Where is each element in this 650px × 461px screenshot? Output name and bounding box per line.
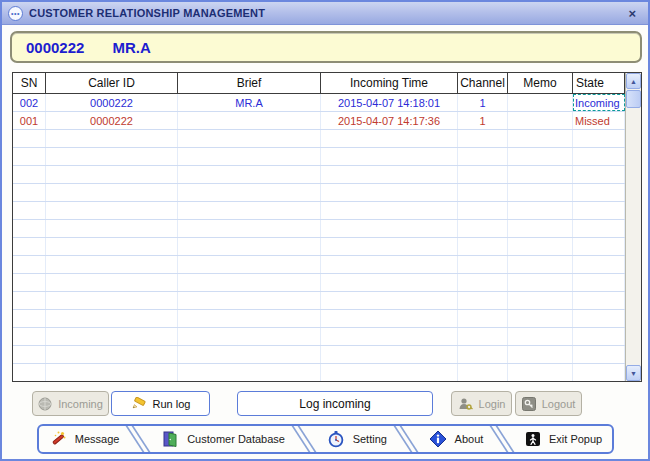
run-log-button[interactable]: Run log xyxy=(111,391,210,416)
cell-caller-id xyxy=(46,220,178,237)
cell-incoming-time xyxy=(321,148,458,165)
cell-state xyxy=(573,238,625,255)
caller-id-text: 0000222 xyxy=(26,39,84,56)
table-row-empty xyxy=(13,328,625,346)
scroll-up-icon[interactable]: ▲ xyxy=(626,73,641,89)
cell-caller-id xyxy=(46,148,178,165)
cell-channel[interactable]: 1 xyxy=(458,94,508,111)
cell-sn xyxy=(13,256,46,273)
column-header-caller-id[interactable]: Caller ID xyxy=(46,73,178,93)
cell-channel xyxy=(458,238,508,255)
cell-sn xyxy=(13,202,46,219)
column-header-memo[interactable]: Memo xyxy=(508,73,573,93)
stopwatch-icon xyxy=(327,430,345,448)
app-chat-bubble-icon: ••• xyxy=(8,6,23,21)
tab-exit-popup[interactable]: Exit Popup xyxy=(515,426,612,452)
cell-channel xyxy=(458,310,508,327)
column-header-incoming-time[interactable]: Incoming Time xyxy=(321,73,458,93)
column-header-channel[interactable]: Channel xyxy=(458,73,508,93)
cell-state xyxy=(573,328,625,345)
logout-button[interactable]: Logout xyxy=(515,391,582,416)
cell-sn[interactable]: 001 xyxy=(13,112,46,129)
cell-channel xyxy=(458,220,508,237)
cell-memo xyxy=(508,310,573,327)
cell-brief xyxy=(178,184,321,201)
log-incoming-button[interactable]: Log incoming xyxy=(237,391,433,416)
magic-wand-icon xyxy=(49,430,67,448)
cell-memo[interactable] xyxy=(508,94,573,111)
cell-sn xyxy=(13,130,46,147)
cell-incoming-time xyxy=(321,346,458,363)
info-diamond-icon xyxy=(429,430,447,448)
cell-caller-id[interactable]: 0000222 xyxy=(46,112,178,129)
scrollbar-thumb[interactable] xyxy=(626,90,641,108)
cell-incoming-time[interactable]: 2015-04-07 14:18:01 xyxy=(321,94,458,111)
column-header-sn[interactable]: SN xyxy=(13,73,46,93)
login-button[interactable]: Login xyxy=(451,391,512,416)
table-row[interactable]: 00100002222015-04-07 14:17:361Missed xyxy=(13,112,625,130)
column-header-state[interactable]: State xyxy=(573,73,625,93)
cell-brief xyxy=(178,166,321,183)
table-row-empty xyxy=(13,184,625,202)
cell-incoming-time xyxy=(321,238,458,255)
table-row-empty xyxy=(13,292,625,310)
table-row-empty xyxy=(13,346,625,364)
vertical-scrollbar[interactable]: ▲ ▼ xyxy=(625,73,641,381)
cell-incoming-time xyxy=(321,130,458,147)
table-row[interactable]: 0020000222MR.A2015-04-07 14:18:011Incomi… xyxy=(13,94,625,112)
cell-state[interactable]: Missed xyxy=(573,112,625,129)
call-log-grid: SN Caller ID Brief Incoming Time Channel… xyxy=(13,73,625,381)
cell-sn xyxy=(13,346,46,363)
cell-incoming-time[interactable]: 2015-04-07 14:17:36 xyxy=(321,112,458,129)
cell-sn[interactable]: 002 xyxy=(13,94,46,111)
cell-memo xyxy=(508,220,573,237)
table-row-empty xyxy=(13,238,625,256)
table-row-empty xyxy=(13,364,625,381)
caller-name-text: MR.A xyxy=(112,39,150,56)
cell-state xyxy=(573,364,625,381)
cell-brief xyxy=(178,256,321,273)
incoming-button[interactable]: Incoming xyxy=(32,391,109,416)
cell-sn xyxy=(13,148,46,165)
cell-memo[interactable] xyxy=(508,112,573,129)
cell-caller-id xyxy=(46,166,178,183)
cell-brief xyxy=(178,130,321,147)
cell-brief[interactable] xyxy=(178,112,321,129)
cell-channel[interactable]: 1 xyxy=(458,112,508,129)
cell-state xyxy=(573,346,625,363)
cell-state xyxy=(573,256,625,273)
log-incoming-button-label: Log incoming xyxy=(299,397,370,411)
tab-separator xyxy=(295,426,317,452)
tab-setting-label: Setting xyxy=(353,433,387,445)
globe-icon xyxy=(38,397,52,411)
cell-memo xyxy=(508,328,573,345)
crm-popup-window: ••• CUSTOMER RELATIONSHIP MANAGEMENT × 0… xyxy=(0,0,650,461)
cell-memo xyxy=(508,130,573,147)
table-row-empty xyxy=(13,256,625,274)
logout-key-icon xyxy=(522,397,536,411)
cell-channel xyxy=(458,346,508,363)
cell-state xyxy=(573,220,625,237)
cell-caller-id xyxy=(46,130,178,147)
cell-channel xyxy=(458,148,508,165)
cell-state xyxy=(573,292,625,309)
cell-memo xyxy=(508,364,573,381)
cell-caller-id[interactable]: 0000222 xyxy=(46,94,178,111)
cell-caller-id xyxy=(46,364,178,381)
cell-sn xyxy=(13,310,46,327)
cell-channel xyxy=(458,184,508,201)
column-header-brief[interactable]: Brief xyxy=(178,73,321,93)
scroll-down-icon[interactable]: ▼ xyxy=(626,365,641,381)
cell-brief xyxy=(178,346,321,363)
tab-customer-database[interactable]: Customer Database xyxy=(151,426,295,452)
cell-sn xyxy=(13,364,46,381)
tab-message[interactable]: Message xyxy=(39,426,129,452)
cell-brief[interactable]: MR.A xyxy=(178,94,321,111)
cell-state[interactable]: Incoming xyxy=(573,94,625,111)
tab-setting[interactable]: Setting xyxy=(317,426,397,452)
tab-exit-popup-label: Exit Popup xyxy=(549,433,602,445)
close-icon[interactable]: × xyxy=(622,6,642,21)
cell-state xyxy=(573,148,625,165)
cell-brief xyxy=(178,274,321,291)
tab-about[interactable]: About xyxy=(419,426,493,452)
